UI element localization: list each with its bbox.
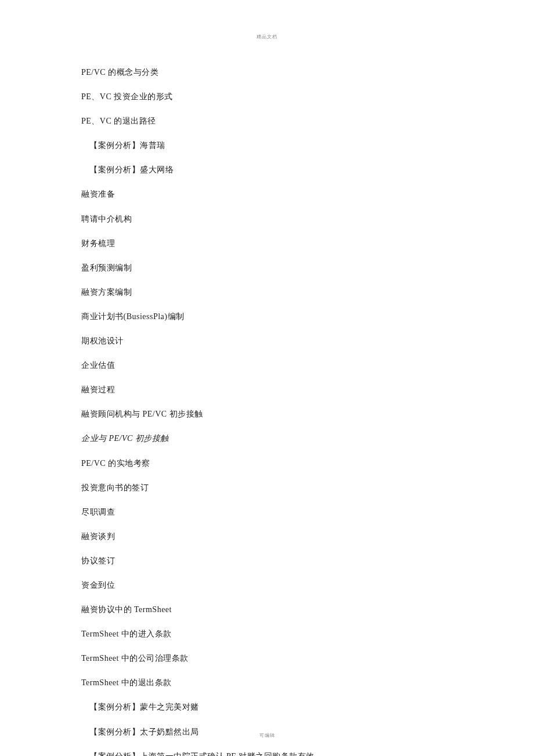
text-line: 【案例分析】盛大网络: [81, 164, 453, 176]
text-line: PE/VC 的概念与分类: [81, 67, 453, 78]
header-watermark: 精品文档: [257, 34, 277, 40]
text-line: 融资顾问机构与 PE/VC 初步接触: [81, 408, 453, 420]
text-line: 期权池设计: [81, 335, 453, 347]
text-line: 财务梳理: [81, 238, 453, 249]
text-line: PE、VC 的退出路径: [81, 115, 453, 127]
text-line: PE、VC 投资企业的形式: [81, 91, 453, 103]
text-line: 【案例分析】海普瑞: [81, 140, 453, 151]
text-line: TermSheet 中的公司治理条款: [81, 653, 453, 664]
text-line: 融资方案编制: [81, 287, 453, 298]
document-body: PE/VC 的概念与分类PE、VC 投资企业的形式PE、VC 的退出路径【案例分…: [81, 67, 453, 756]
text-line: 协议签订: [81, 555, 453, 567]
text-line: 企业与 PE/VC 初步接触: [81, 433, 453, 444]
text-line: 企业估值: [81, 360, 453, 371]
text-line: 【案例分析】蒙牛之完美对赌: [81, 701, 453, 713]
text-line: TermSheet 中的进入条款: [81, 628, 453, 640]
text-line: 聘请中介机构: [81, 214, 453, 225]
text-line: 融资协议中的 TermSheet: [81, 604, 453, 616]
text-line: 【案例分析】上海第一中院正式确认 PE 对赌之回购条款有效: [81, 751, 453, 756]
text-line: 融资过程: [81, 384, 453, 396]
text-line: 融资准备: [81, 189, 453, 200]
text-line: TermSheet 中的退出条款: [81, 677, 453, 689]
text-line: 融资谈判: [81, 531, 453, 542]
text-line: 商业计划书(BusiessPla)编制: [81, 311, 453, 323]
text-line: 资金到位: [81, 580, 453, 591]
text-line: PE/VC 的实地考察: [81, 458, 453, 469]
footer-watermark: 可编辑: [259, 732, 275, 739]
text-line: 尽职调查: [81, 507, 453, 518]
text-line: 投资意向书的签订: [81, 482, 453, 494]
text-line: 盈利预测编制: [81, 262, 453, 274]
